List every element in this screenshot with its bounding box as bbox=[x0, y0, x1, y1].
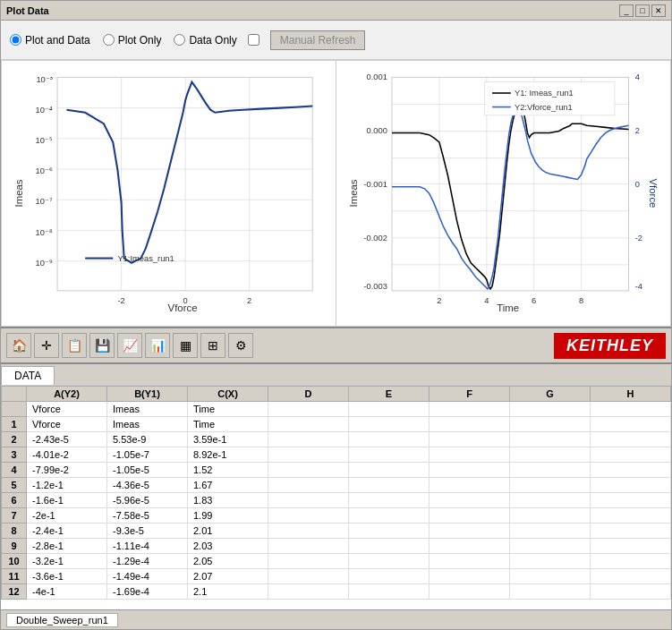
table-row: VforceImeasTime bbox=[2, 402, 671, 417]
svg-text:-0.002: -0.002 bbox=[363, 234, 387, 243]
move-icon[interactable]: ✛ bbox=[34, 333, 59, 358]
col-h-header: H bbox=[591, 387, 671, 402]
cell-d-1 bbox=[268, 417, 349, 432]
cell-c-5: 1.67 bbox=[188, 478, 268, 493]
row-number: 6 bbox=[2, 493, 27, 508]
plot-only-label: Plot Only bbox=[118, 34, 162, 47]
svg-text:4: 4 bbox=[484, 296, 489, 305]
row-number: 3 bbox=[2, 447, 27, 463]
data-tab[interactable]: DATA bbox=[1, 366, 55, 385]
row-number: 9 bbox=[2, 539, 27, 554]
keithley-logo: KEITHLEY bbox=[554, 333, 666, 359]
status-bar: Double_Sweep_run1 bbox=[1, 609, 671, 629]
table-row: 6-1.6e-1-5.96e-51.83 bbox=[2, 493, 671, 508]
settings-icon[interactable]: ⚙ bbox=[228, 333, 253, 358]
svg-text:Y2:Vforce_run1: Y2:Vforce_run1 bbox=[515, 103, 573, 112]
cell-g-2 bbox=[510, 432, 591, 447]
data-table-container[interactable]: A(Y2) B(Y1) C(X) D E F G H VforceImeasTi… bbox=[1, 386, 671, 609]
left-plot: Imeas Vforce bbox=[1, 60, 336, 327]
cell-h-0 bbox=[591, 402, 671, 417]
svg-text:0.000: 0.000 bbox=[367, 126, 387, 135]
cell-e-5 bbox=[349, 478, 430, 493]
cell-d-6 bbox=[268, 493, 349, 508]
svg-text:4: 4 bbox=[635, 72, 640, 81]
cell-f-1 bbox=[430, 417, 510, 432]
plot-and-data-label: Plot and Data bbox=[25, 34, 90, 47]
cell-f-4 bbox=[430, 463, 510, 478]
status-tab[interactable]: Double_Sweep_run1 bbox=[6, 613, 118, 627]
plot-and-data-radio[interactable] bbox=[10, 34, 21, 46]
manual-refresh-checkbox[interactable] bbox=[248, 34, 259, 46]
col-f-header: F bbox=[430, 387, 510, 402]
cell-e-2 bbox=[349, 432, 430, 447]
row-number: 4 bbox=[2, 463, 27, 478]
cell-e-1 bbox=[349, 417, 430, 432]
cell-c-8: 2.01 bbox=[188, 524, 268, 539]
data-only-radio[interactable] bbox=[174, 34, 185, 46]
cell-f-5 bbox=[430, 478, 510, 493]
cell-h-12 bbox=[591, 584, 671, 600]
row-number: 1 bbox=[2, 417, 27, 432]
cell-h-7 bbox=[591, 508, 671, 524]
cell-f-11 bbox=[430, 569, 510, 584]
data-only-option[interactable]: Data Only bbox=[174, 34, 236, 47]
col-num-header bbox=[2, 387, 27, 402]
svg-text:-0.003: -0.003 bbox=[363, 282, 387, 291]
cell-d-11 bbox=[268, 569, 349, 584]
cell-g-5 bbox=[510, 478, 591, 493]
row-number: 2 bbox=[2, 432, 27, 447]
cell-c-1: Time bbox=[188, 417, 268, 432]
data-only-label: Data Only bbox=[189, 34, 236, 47]
cell-g-6 bbox=[510, 493, 591, 508]
row-number bbox=[2, 402, 27, 417]
grid-icon[interactable]: ▦ bbox=[173, 333, 198, 358]
svg-text:Imeas: Imeas bbox=[348, 179, 359, 207]
home-icon[interactable]: 🏠 bbox=[6, 333, 31, 358]
main-window: Plot Data _ □ ✕ Plot and Data Plot Only … bbox=[0, 0, 672, 630]
col-e-header: E bbox=[349, 387, 430, 402]
table-row: 12-4e-1-1.69e-42.1 bbox=[2, 584, 671, 600]
cell-d-2 bbox=[268, 432, 349, 447]
left-y-label: Imeas bbox=[13, 179, 24, 207]
cell-a-12: -4e-1 bbox=[27, 584, 107, 600]
cell-a-8: -2.4e-1 bbox=[27, 524, 107, 539]
manual-refresh-checkbox-label[interactable] bbox=[248, 34, 259, 46]
toolbar-icons-group: 🏠 ✛ 📋 💾 📈 📊 ▦ ⊞ ⚙ bbox=[6, 333, 253, 358]
plots-area: Imeas Vforce bbox=[1, 60, 671, 328]
cell-b-11: -1.49e-4 bbox=[107, 569, 188, 584]
plot-only-option[interactable]: Plot Only bbox=[103, 34, 162, 47]
table-row: 4-7.99e-2-1.05e-51.52 bbox=[2, 463, 671, 478]
cell-e-4 bbox=[349, 463, 430, 478]
chart-line-icon[interactable]: 📈 bbox=[117, 333, 142, 358]
cell-c-11: 2.07 bbox=[188, 569, 268, 584]
cell-d-8 bbox=[268, 524, 349, 539]
svg-text:Y1:Imeas_run1: Y1:Imeas_run1 bbox=[117, 254, 174, 263]
cell-a-9: -2.8e-1 bbox=[27, 539, 107, 554]
table-row: 5-1.2e-1-4.36e-51.67 bbox=[2, 478, 671, 493]
plot-only-radio[interactable] bbox=[103, 34, 115, 46]
table-header-row: A(Y2) B(Y1) C(X) D E F G H bbox=[2, 387, 671, 402]
cell-d-9 bbox=[268, 539, 349, 554]
cell-g-7 bbox=[510, 508, 591, 524]
restore-button[interactable]: □ bbox=[635, 4, 650, 17]
plot-and-data-option[interactable]: Plot and Data bbox=[10, 34, 90, 47]
svg-text:10⁻⁴: 10⁻⁴ bbox=[35, 106, 52, 115]
cell-h-3 bbox=[591, 447, 671, 463]
cell-h-9 bbox=[591, 539, 671, 554]
cell-a-11: -3.6e-1 bbox=[27, 569, 107, 584]
left-chart-svg: Imeas Vforce bbox=[9, 68, 328, 319]
close-button[interactable]: ✕ bbox=[651, 4, 666, 17]
cell-g-0 bbox=[510, 402, 591, 417]
chart-bar-icon[interactable]: 📊 bbox=[145, 333, 170, 358]
data-table: A(Y2) B(Y1) C(X) D E F G H VforceImeasTi… bbox=[1, 386, 671, 600]
cell-h-6 bbox=[591, 493, 671, 508]
grid2-icon[interactable]: ⊞ bbox=[200, 333, 225, 358]
minimize-button[interactable]: _ bbox=[619, 4, 634, 17]
manual-refresh-button[interactable]: Manual Refresh bbox=[270, 30, 366, 50]
row-number: 12 bbox=[2, 584, 27, 600]
cell-e-7 bbox=[349, 508, 430, 524]
save-icon[interactable]: 💾 bbox=[89, 333, 115, 358]
cell-f-12 bbox=[430, 584, 510, 600]
copy-icon[interactable]: 📋 bbox=[62, 333, 87, 358]
row-number: 8 bbox=[2, 524, 27, 539]
